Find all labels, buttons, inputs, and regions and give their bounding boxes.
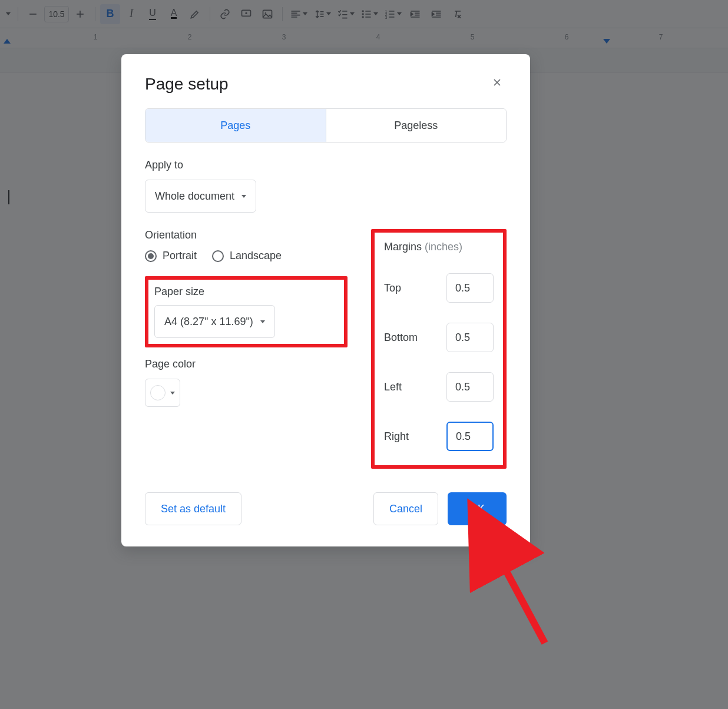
apply-to-label: Apply to (145, 159, 507, 171)
margin-right-input[interactable] (446, 422, 494, 451)
margin-top-label: Top (384, 282, 401, 294)
margin-bottom-input[interactable] (446, 323, 494, 352)
color-swatch-icon (150, 385, 166, 400)
margin-left-label: Left (384, 381, 402, 393)
paper-size-highlight: Paper size A4 (8.27" x 11.69") (145, 276, 348, 347)
chevron-down-icon (170, 392, 175, 395)
margin-top-input[interactable] (446, 273, 494, 303)
tab-pages[interactable]: Pages (145, 109, 326, 142)
set-as-default-button[interactable]: Set as default (145, 492, 241, 525)
apply-to-value: Whole document (155, 190, 234, 203)
tab-row: Pages Pageless (145, 108, 507, 143)
paper-size-label: Paper size (154, 286, 338, 298)
dialog-title: Page setup (145, 75, 229, 94)
orientation-portrait-label: Portrait (163, 250, 197, 262)
margin-right-label: Right (384, 430, 409, 443)
cancel-button[interactable]: Cancel (373, 492, 438, 525)
margins-label: Margins (inches) (384, 241, 494, 253)
close-button[interactable] (488, 73, 507, 95)
orientation-label: Orientation (145, 229, 348, 241)
chevron-down-icon (241, 195, 246, 198)
paper-size-select[interactable]: A4 (8.27" x 11.69") (154, 305, 275, 338)
orientation-landscape-radio[interactable]: Landscape (212, 250, 282, 262)
tab-pageless[interactable]: Pageless (326, 109, 507, 142)
margin-bottom-label: Bottom (384, 332, 418, 344)
radio-unchecked-icon (212, 250, 224, 262)
page-color-label: Page color (145, 358, 348, 370)
apply-to-select[interactable]: Whole document (145, 180, 256, 213)
margin-left-input[interactable] (446, 372, 494, 402)
ok-button[interactable]: OK (448, 492, 507, 525)
orientation-landscape-label: Landscape (230, 250, 282, 262)
page-setup-dialog: Page setup Pages Pageless Apply to Whole… (121, 54, 530, 546)
page-color-select[interactable] (145, 379, 180, 407)
paper-size-value: A4 (8.27" x 11.69") (164, 316, 253, 328)
margins-highlight: Margins (inches) Top Bottom Left Right (371, 229, 507, 469)
radio-checked-icon (145, 250, 157, 262)
orientation-portrait-radio[interactable]: Portrait (145, 250, 197, 262)
chevron-down-icon (260, 320, 265, 323)
